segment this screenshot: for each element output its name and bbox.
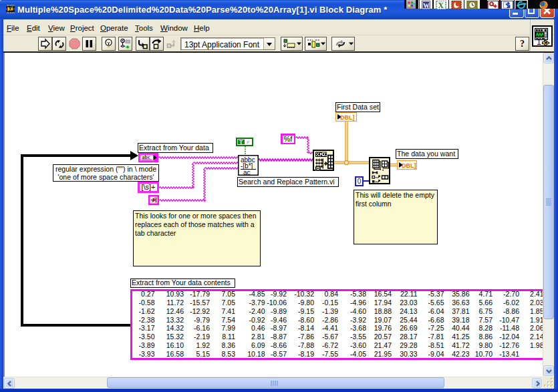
svg-text:ac: ac: [243, 169, 251, 176]
svg-text:T: T: [239, 139, 243, 146]
svg-text:X: X: [438, 1, 444, 9]
svg-text:W: W: [423, 3, 430, 9]
svg-text:1: 1: [537, 37, 541, 47]
svg-text:DBL]: DBL]: [340, 114, 355, 121]
svg-text:DBL]: DBL]: [402, 162, 416, 169]
